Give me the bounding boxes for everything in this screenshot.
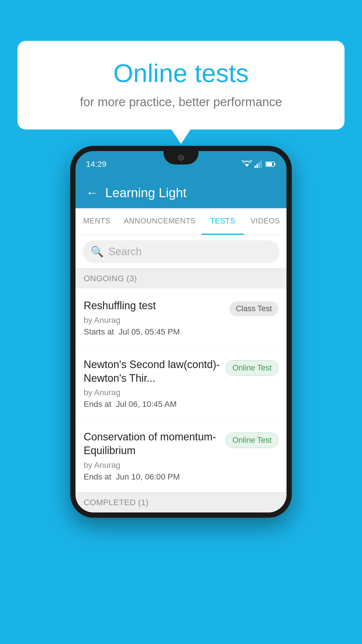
test-item-1-badge: Class Test (229, 301, 278, 316)
speech-bubble: Online tests for more practice, better p… (17, 41, 345, 130)
tab-tests[interactable]: TESTS (201, 208, 244, 235)
test-item-1[interactable]: Reshuffling test by Anurag Starts at Jul… (75, 288, 287, 347)
test-item-3[interactable]: Conservation of momentum-Equilibrium by … (75, 420, 287, 492)
phone-notch (164, 151, 198, 164)
phone-wrapper: 14:29 (70, 146, 292, 518)
svg-rect-4 (261, 160, 262, 168)
test-item-2-time: Ends at Jul 06, 10:45 AM (84, 400, 220, 409)
test-item-2-badge: Online Test (226, 360, 278, 376)
test-item-2[interactable]: Newton's Second law(contd)-Newton's Thir… (75, 347, 287, 420)
test-item-2-time-label: Ends at (84, 400, 111, 409)
test-item-1-time-label: Starts at (84, 327, 114, 336)
test-item-1-author: by Anurag (84, 316, 224, 325)
signal-icon (254, 160, 263, 168)
search-bar-container: 🔍 Search (75, 235, 287, 269)
tab-announcements[interactable]: ANNOUNCEMENTS (118, 208, 201, 235)
wifi-icon (242, 160, 252, 168)
completed-section-header: COMPLETED (1) (75, 492, 287, 512)
test-item-3-author: by Anurag (84, 461, 220, 470)
svg-marker-0 (245, 164, 249, 167)
svg-rect-6 (266, 162, 272, 166)
search-input-wrapper[interactable]: 🔍 Search (82, 240, 280, 263)
search-placeholder: Search (108, 246, 142, 258)
test-item-2-time-value: Jul 06, 10:45 AM (116, 400, 177, 409)
test-item-1-name: Reshuffling test (84, 299, 224, 313)
app-header-title: Learning Light (105, 186, 187, 200)
tab-videos[interactable]: VIDEOS (244, 208, 287, 235)
test-item-3-left: Conservation of momentum-Equilibrium by … (84, 430, 220, 482)
test-item-3-name: Conservation of momentum-Equilibrium (84, 430, 220, 458)
phone-frame: 14:29 (70, 146, 292, 518)
test-item-2-name: Newton's Second law(contd)-Newton's Thir… (84, 358, 220, 385)
phone-screen: ← Learning Light MENTS ANNOUNCEMENTS TES… (75, 177, 287, 512)
test-item-3-time-label: Ends at (84, 472, 111, 481)
speech-bubble-subtitle: for more practice, better performance (41, 95, 321, 109)
speech-bubble-container: Online tests for more practice, better p… (17, 41, 345, 130)
battery-icon (266, 161, 276, 167)
svg-rect-3 (259, 162, 260, 168)
camera (178, 155, 184, 161)
tabs-container: MENTS ANNOUNCEMENTS TESTS VIDEOS (75, 208, 287, 235)
speech-bubble-title: Online tests (41, 58, 321, 88)
test-item-1-left: Reshuffling test by Anurag Starts at Jul… (84, 299, 224, 337)
app-header: ← Learning Light (75, 177, 287, 208)
tab-ments[interactable]: MENTS (75, 208, 118, 235)
test-item-2-left: Newton's Second law(contd)-Newton's Thir… (84, 358, 220, 409)
ongoing-section-header: ONGOING (3) (75, 269, 287, 288)
svg-rect-7 (274, 163, 275, 165)
ongoing-header-text: ONGOING (3) (84, 274, 137, 283)
test-item-3-time: Ends at Jun 10, 06:00 PM (84, 472, 220, 482)
test-item-3-time-value: Jun 10, 06:00 PM (116, 472, 180, 481)
test-item-1-time-value: Jul 05, 05:45 PM (119, 327, 180, 336)
completed-header-text: COMPLETED (1) (84, 498, 149, 507)
back-button[interactable]: ← (86, 186, 98, 200)
svg-rect-2 (256, 164, 258, 168)
status-bar: 14:29 (75, 151, 287, 177)
svg-rect-1 (254, 166, 256, 168)
status-icons (242, 160, 276, 168)
test-item-3-badge: Online Test (226, 433, 278, 448)
test-item-1-time: Starts at Jul 05, 05:45 PM (84, 327, 224, 337)
search-icon: 🔍 (91, 246, 104, 258)
test-item-2-author: by Anurag (84, 388, 220, 397)
status-time: 14:29 (86, 160, 106, 169)
